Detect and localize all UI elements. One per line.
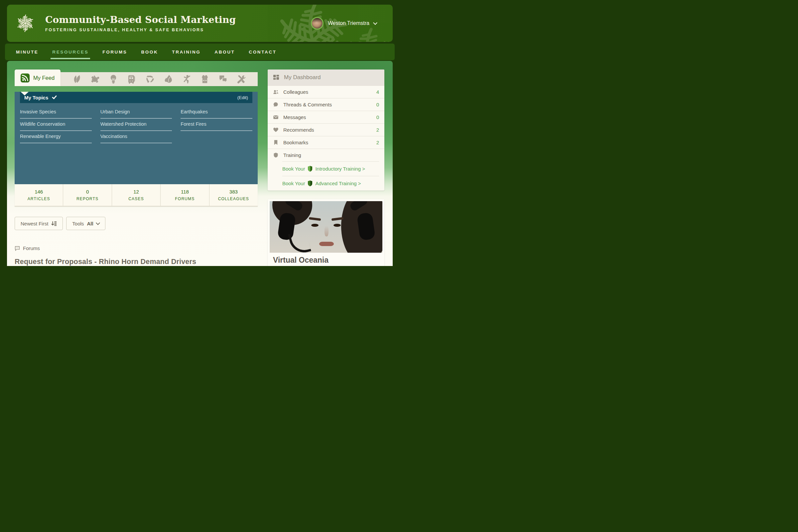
dashboard-title: My Dashboard bbox=[284, 74, 321, 81]
topic-item[interactable]: Forest Fires bbox=[180, 119, 252, 131]
topic-item[interactable]: Watershed Protection bbox=[100, 119, 172, 131]
post-section[interactable]: Forums bbox=[15, 245, 258, 251]
sort-descending-icon bbox=[51, 221, 57, 226]
nav-item-minute[interactable]: MINUTE bbox=[9, 43, 45, 60]
dashboard-row-messages[interactable]: Messages 0 bbox=[268, 111, 384, 124]
content-area: My Feed bbox=[7, 61, 393, 266]
topic-item[interactable]: Vaccinations bbox=[100, 131, 172, 143]
dashboard-row-threads[interactable]: Threads & Comments 0 bbox=[268, 98, 384, 111]
feed-column: My Feed bbox=[15, 70, 258, 266]
lightbulb-icon[interactable] bbox=[108, 74, 118, 84]
topic-item[interactable]: Earthquakes bbox=[180, 107, 252, 119]
tools-filter-button[interactable]: Tools All bbox=[66, 217, 105, 230]
category-icon-strip bbox=[60, 72, 258, 86]
water-drop-icon[interactable] bbox=[163, 74, 173, 84]
feed-post: Forums Request for Proposals - Rhino Hor… bbox=[15, 245, 258, 266]
site-tagline: FOSTERING SUSTAINABLE, HEALTHY & SAFE BE… bbox=[45, 27, 236, 32]
chevron-down-icon bbox=[373, 21, 377, 25]
avatar[interactable] bbox=[311, 17, 324, 30]
my-topics-panel: My Topics (Edit) Invasive Species Urban … bbox=[15, 92, 258, 184]
heart-icon bbox=[273, 127, 279, 133]
count-badge: 0 bbox=[376, 114, 379, 120]
promo-card[interactable]: Virtual Oceania bbox=[268, 199, 384, 266]
count-badge: 4 bbox=[376, 89, 379, 95]
dashboard-row-colleagues[interactable]: Colleagues 4 bbox=[268, 86, 384, 98]
topic-item[interactable]: Urban Design bbox=[100, 107, 172, 119]
rss-feed-icon bbox=[21, 74, 30, 82]
stat-articles[interactable]: 146ARTICLES bbox=[15, 184, 63, 206]
topics-grid: Invasive Species Urban Design Earthquake… bbox=[20, 107, 252, 143]
forum-bubble-icon bbox=[15, 246, 20, 251]
training-shield-icon bbox=[307, 180, 312, 187]
nav-item-training[interactable]: TRAINING bbox=[165, 43, 208, 60]
topic-item[interactable]: Wildlife Conservation bbox=[20, 119, 92, 131]
topics-header-bar: My Topics (Edit) bbox=[20, 92, 252, 103]
brand-block: Community-Based Social Marketing FOSTERI… bbox=[45, 14, 236, 32]
topic-item[interactable]: Invasive Species bbox=[20, 107, 92, 119]
user-name: Weston Triemstra bbox=[328, 20, 369, 26]
nav-item-about[interactable]: ABOUT bbox=[208, 43, 242, 60]
nav-item-contact[interactable]: CONTACT bbox=[242, 43, 283, 60]
leaves-icon[interactable] bbox=[72, 74, 82, 84]
recycle-icon[interactable] bbox=[145, 74, 155, 84]
colleagues-icon bbox=[273, 89, 279, 95]
tools-icon[interactable] bbox=[236, 74, 246, 84]
safety-vest-icon[interactable] bbox=[200, 74, 210, 84]
dashboard-row-training[interactable]: Training bbox=[268, 149, 384, 161]
user-menu[interactable]: Weston Triemstra bbox=[311, 17, 377, 30]
thread-icon bbox=[273, 102, 279, 108]
dashboard-row-recommends[interactable]: Recommends 2 bbox=[268, 124, 384, 136]
dashboard-header: My Dashboard bbox=[268, 70, 384, 86]
page: Community-Based Social Marketing FOSTERI… bbox=[5, 5, 395, 266]
turtle-icon[interactable] bbox=[90, 74, 100, 84]
message-icon bbox=[273, 114, 279, 120]
feed-stats-bar: 146ARTICLES 0REPORTS 12CASES 118FORUMS 3… bbox=[15, 184, 258, 207]
bookmark-icon bbox=[273, 140, 279, 145]
main-nav: MINUTE RESOURCES FORUMS BOOK TRAINING AB… bbox=[5, 43, 395, 60]
tab-notch bbox=[21, 92, 28, 95]
stat-reports[interactable]: 0REPORTS bbox=[63, 184, 111, 206]
stat-cases[interactable]: 12CASES bbox=[112, 184, 160, 206]
topic-item[interactable]: Renewable Energy bbox=[20, 131, 92, 143]
my-dashboard: My Dashboard Colleagues 4 Threads & Comm… bbox=[268, 70, 384, 191]
nav-item-forums[interactable]: FORUMS bbox=[95, 43, 134, 60]
check-icon bbox=[52, 94, 57, 99]
bus-icon[interactable] bbox=[127, 74, 137, 84]
training-shield-icon bbox=[307, 166, 312, 172]
post-title[interactable]: Request for Proposals - Rhino Horn Deman… bbox=[15, 258, 258, 266]
tab-my-feed[interactable]: My Feed bbox=[15, 70, 60, 86]
feed-controls: Newest First Tools All bbox=[15, 217, 258, 230]
count-badge: 2 bbox=[376, 140, 379, 145]
sort-button[interactable]: Newest First bbox=[15, 217, 63, 230]
topics-title: My Topics bbox=[24, 95, 48, 100]
stat-forums[interactable]: 118FORUMS bbox=[160, 184, 209, 206]
count-badge: 2 bbox=[376, 127, 379, 133]
chevron-down-icon bbox=[96, 221, 100, 225]
topics-edit-link[interactable]: (Edit) bbox=[238, 95, 248, 100]
nav-item-book[interactable]: BOOK bbox=[134, 43, 165, 60]
stat-colleagues[interactable]: 383COLLEAGUES bbox=[209, 184, 258, 206]
dashboard-row-bookmarks[interactable]: Bookmarks 2 bbox=[268, 136, 384, 149]
sidebar: My Dashboard Colleagues 4 Threads & Comm… bbox=[268, 70, 384, 266]
promo-photo bbox=[270, 201, 382, 253]
chat-bubbles-icon[interactable] bbox=[218, 74, 228, 84]
count-badge: 0 bbox=[376, 102, 379, 108]
feed-tabstrip: My Feed bbox=[15, 70, 258, 86]
active-person-icon[interactable] bbox=[182, 74, 191, 84]
fern-logo-icon bbox=[14, 12, 37, 35]
site-title: Community-Based Social Marketing bbox=[45, 14, 236, 25]
header: Community-Based Social Marketing FOSTERI… bbox=[7, 5, 393, 42]
nav-item-resources[interactable]: RESOURCES bbox=[45, 43, 95, 60]
book-introductory-training-link[interactable]: Book Your Introductory Training > bbox=[268, 161, 384, 176]
dashboard-grid-icon bbox=[273, 75, 279, 81]
book-advanced-training-link[interactable]: Book Your Advanced Training > bbox=[268, 176, 384, 191]
promo-title: Virtual Oceania bbox=[270, 253, 382, 266]
shield-icon bbox=[273, 152, 279, 158]
